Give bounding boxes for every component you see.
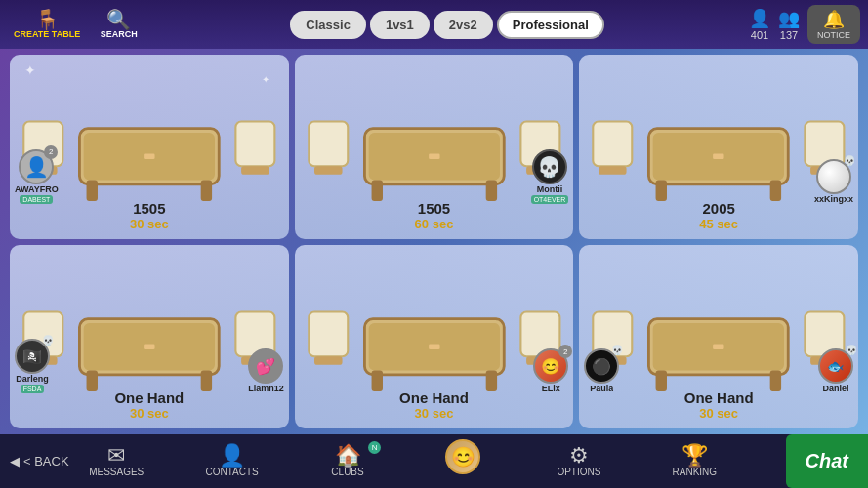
svg-rect-51	[656, 370, 667, 390]
avatar-circle: 💀	[532, 149, 567, 184]
game-card-2[interactable]: 💀 Montii OT4EVER 1505 60 sec	[295, 55, 574, 239]
game-row-2: 🏴‍☠️ 💀 Darleng FSDA 💕 Liamn12 One Hand 3…	[10, 245, 858, 429]
bottom-nav: ◀ < BACK ✉ MESSAGES 👤 CONTACTS 🏠 CLUBS N…	[0, 434, 868, 488]
svg-rect-44	[429, 344, 439, 349]
player-avatar-right-3: 💀 xxKingxx	[814, 159, 853, 204]
create-table-icon: 🪑	[35, 10, 60, 29]
create-table-button[interactable]: 🪑 CREATE TABLE	[8, 6, 86, 44]
svg-rect-36	[309, 311, 348, 356]
mode-tabs: Classic 1vs1 2vs2 Professional	[151, 11, 743, 39]
svg-rect-52	[770, 370, 781, 390]
nav-ranking[interactable]: 🏆 RANKING	[665, 445, 723, 477]
options-icon: ⚙	[569, 445, 589, 467]
svg-rect-2	[235, 122, 274, 167]
main-content: ✦ ✦	[0, 49, 868, 434]
game-card-6[interactable]: ⚫ 💀 Paula 🐟 💀 Daniel One Hand 30 sec	[579, 245, 858, 429]
tab-classic[interactable]: Classic	[290, 11, 366, 39]
svg-rect-19	[599, 166, 627, 175]
svg-rect-35	[144, 344, 154, 349]
player-avatar-right-2: 💀 Montii OT4EVER	[531, 149, 569, 204]
search-button[interactable]: 🔍 SEARCH	[92, 6, 145, 43]
svg-rect-17	[429, 153, 439, 159]
svg-rect-7	[201, 181, 212, 201]
clubs-icon: 🏠	[335, 445, 361, 467]
svg-rect-53	[713, 344, 723, 349]
player-avatar-right-6: 🐟 💀 Daniel	[818, 348, 853, 393]
back-icon: ◀	[10, 454, 20, 468]
group-icon: 👥	[778, 8, 800, 29]
player-avatar-left-6: ⚫ 💀 Paula	[584, 348, 619, 393]
nav-messages[interactable]: ✉ MESSAGES	[87, 445, 145, 477]
svg-rect-42	[371, 370, 382, 390]
online-groups-stat: 👥 137	[778, 8, 800, 41]
svg-rect-8	[144, 153, 154, 159]
contacts-icon: 👤	[219, 445, 245, 467]
game-card-1[interactable]: ✦ ✦	[10, 55, 289, 239]
game-card-5[interactable]: 😊 2 ELix One Hand 30 sec	[295, 245, 574, 429]
tab-2vs2[interactable]: 2vs2	[434, 11, 493, 39]
svg-rect-34	[201, 370, 212, 390]
svg-rect-10	[314, 166, 343, 175]
notice-icon: 🔔	[823, 9, 845, 30]
game-card-3[interactable]: 💀 xxKingxx 2005 45 sec	[579, 55, 858, 239]
person-icon: 👤	[749, 8, 770, 29]
svg-rect-26	[713, 153, 723, 159]
svg-rect-15	[371, 181, 382, 201]
svg-rect-18	[594, 122, 633, 167]
chat-button[interactable]: Chat	[786, 434, 868, 488]
player-avatar-right-4: 💕 Liamn12	[248, 348, 284, 393]
game-card-4[interactable]: 🏴‍☠️ 💀 Darleng FSDA 💕 Liamn12 One Hand 3…	[10, 245, 289, 429]
profile-avatar: 😊	[445, 439, 480, 474]
svg-rect-43	[485, 370, 496, 390]
nav-options[interactable]: ⚙ OPTIONS	[550, 445, 608, 477]
notice-button[interactable]: 🔔 NOTICE	[807, 5, 860, 44]
nav-profile[interactable]: 😊 _	[434, 439, 492, 484]
tab-professional[interactable]: Professional	[497, 11, 604, 39]
svg-rect-9	[309, 122, 348, 167]
svg-rect-6	[87, 181, 98, 201]
svg-rect-33	[87, 370, 98, 390]
svg-rect-3	[241, 166, 269, 175]
avatar-circle: 💕	[248, 348, 283, 384]
top-right-stats: 👤 401 👥 137 🔔 NOTICE	[749, 5, 860, 44]
search-icon: 🔍	[106, 10, 131, 29]
nav-contacts[interactable]: 👤 CONTACTS	[203, 445, 262, 477]
ranking-icon: 🏆	[682, 445, 708, 467]
svg-rect-16	[485, 181, 496, 201]
top-bar: 🪑 CREATE TABLE 🔍 SEARCH Classic 1vs1 2vs…	[0, 0, 868, 49]
player-avatar-left-4: 🏴‍☠️ 💀 Darleng FSDA	[15, 339, 50, 393]
online-players-stat: 👤 401	[749, 8, 770, 41]
svg-rect-24	[656, 181, 667, 201]
messages-icon: ✉	[107, 445, 125, 467]
nav-clubs[interactable]: 🏠 CLUBS N	[318, 445, 377, 477]
back-button[interactable]: ◀ < BACK	[10, 454, 69, 468]
svg-rect-37	[314, 356, 343, 365]
svg-rect-25	[770, 181, 781, 201]
player-avatar-left-1: 👤 2 AWAYFRO DABEST	[15, 149, 59, 204]
player-avatar-right-5: 😊 2 ELix	[533, 348, 568, 393]
tab-1vs1[interactable]: 1vs1	[370, 11, 430, 39]
game-row-1: ✦ ✦	[10, 55, 858, 239]
